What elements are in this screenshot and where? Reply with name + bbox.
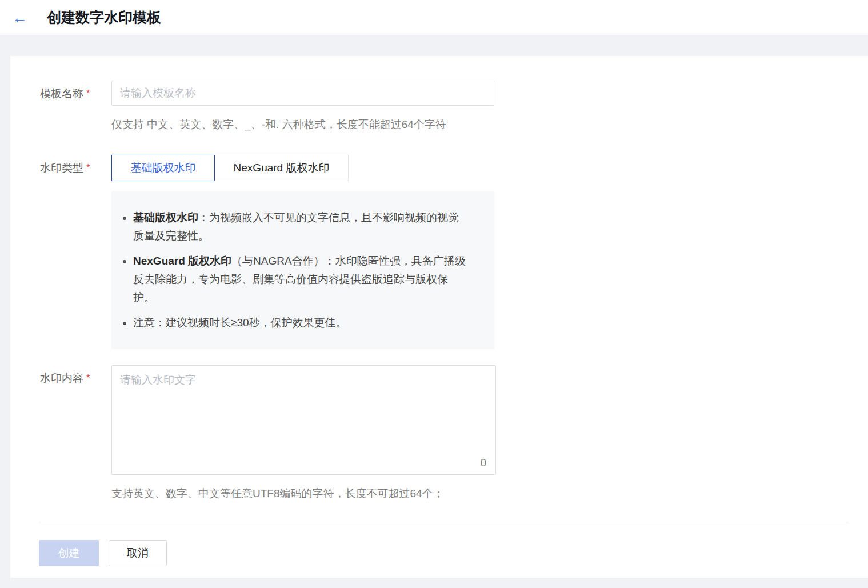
content-area: 模板名称* 仅支持 中文、英文、数字、_、-和. 六种格式，长度不能超过64个字… xyxy=(0,56,868,578)
page-header: ← 创建数字水印模板 xyxy=(0,0,868,35)
info-item-notice-text: 注意：建议视频时长≥30秒，保护效果更佳。 xyxy=(133,317,347,329)
watermark-type-info-box: 基础版权水印：为视频嵌入不可见的文字信息，且不影响视频的视觉质量及完整性。 Ne… xyxy=(111,191,494,349)
form-card: 模板名称* 仅支持 中文、英文、数字、_、-和. 六种格式，长度不能超过64个字… xyxy=(10,56,868,578)
required-asterisk: * xyxy=(86,162,90,173)
watermark-content-label: 水印内容* xyxy=(40,365,111,386)
watermark-type-control: 基础版权水印 NexGuard 版权水印 基础版权水印：为视频嵌入不可见的文字信… xyxy=(111,155,496,349)
tab-nexguard-copyright-watermark[interactable]: NexGuard 版权水印 xyxy=(214,155,349,181)
info-list: 基础版权水印：为视频嵌入不可见的文字信息，且不影响视频的视觉质量及完整性。 Ne… xyxy=(121,209,469,332)
template-name-control: 仅支持 中文、英文、数字、_、-和. 六种格式，长度不能超过64个字符 xyxy=(111,81,496,132)
footer-divider xyxy=(39,522,849,522)
page-title: 创建数字水印模板 xyxy=(47,8,161,27)
footer-buttons: 创建 取消 xyxy=(39,540,868,566)
watermark-content-textarea-wrap: 0 xyxy=(111,365,496,475)
tab-basic-copyright-watermark[interactable]: 基础版权水印 xyxy=(111,155,215,181)
watermark-content-control: 0 支持英文、数字、中文等任意UTF8编码的字符，长度不可超过64个； xyxy=(111,365,496,501)
info-item-basic: 基础版权水印：为视频嵌入不可见的文字信息，且不影响视频的视觉质量及完整性。 xyxy=(133,209,469,245)
char-counter: 0 xyxy=(480,457,486,469)
info-item-nexguard: NexGuard 版权水印（与NAGRA合作）：水印隐匿性强，具备广播级反去除能… xyxy=(133,252,469,307)
form-row-watermark-type: 水印类型* 基础版权水印 NexGuard 版权水印 基础版权水印：为视频嵌入不… xyxy=(40,155,868,349)
required-asterisk: * xyxy=(86,373,90,383)
watermark-type-tabs: 基础版权水印 NexGuard 版权水印 xyxy=(111,155,496,181)
required-asterisk: * xyxy=(86,88,90,99)
template-name-label-text: 模板名称 xyxy=(40,87,83,99)
template-name-helper: 仅支持 中文、英文、数字、_、-和. 六种格式，长度不能超过64个字符 xyxy=(111,117,496,132)
info-item-notice: 注意：建议视频时长≥30秒，保护效果更佳。 xyxy=(133,314,469,332)
form-row-watermark-content: 水印内容* 0 支持英文、数字、中文等任意UTF8编码的字符，长度不可超过64个… xyxy=(40,365,868,501)
cancel-button[interactable]: 取消 xyxy=(109,540,167,566)
watermark-type-label-text: 水印类型 xyxy=(40,162,83,174)
watermark-content-label-text: 水印内容 xyxy=(40,372,83,384)
info-item-basic-term: 基础版权水印 xyxy=(133,211,198,223)
watermark-type-label: 水印类型* xyxy=(40,155,111,175)
back-arrow-icon[interactable]: ← xyxy=(13,10,27,25)
info-item-nexguard-term: NexGuard 版权水印 xyxy=(133,255,231,267)
create-button[interactable]: 创建 xyxy=(39,540,99,566)
template-name-input[interactable] xyxy=(111,81,494,106)
watermark-content-helper: 支持英文、数字、中文等任意UTF8编码的字符，长度不可超过64个； xyxy=(111,486,496,501)
watermark-content-textarea[interactable] xyxy=(111,365,496,475)
template-name-label: 模板名称* xyxy=(40,81,111,101)
form-row-template-name: 模板名称* 仅支持 中文、英文、数字、_、-和. 六种格式，长度不能超过64个字… xyxy=(40,81,868,132)
